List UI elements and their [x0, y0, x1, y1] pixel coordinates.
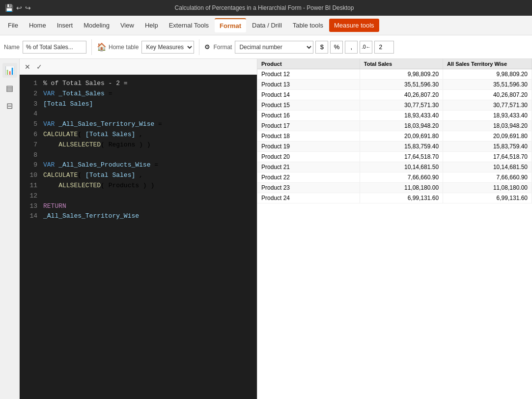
code-editor[interactable]: 1% of Total Sales - 2 =2VAR _Total_Sales…: [20, 75, 257, 399]
close-formula-btn[interactable]: ✕: [22, 61, 33, 73]
col2-cell: 9,98,809.20: [443, 69, 532, 80]
format-select[interactable]: Decimal number: [235, 41, 313, 54]
data-table: ProductTotal SalesAll Sales Territory Wi…: [257, 59, 532, 203]
sidebar-icon-table[interactable]: ▤: [2, 81, 17, 95]
dollar-btn[interactable]: $: [315, 41, 328, 54]
line-number: 14: [24, 211, 37, 222]
code-line-11: 11 ALLSELECTED( Products ) ): [20, 181, 257, 191]
table-row: Product 2110,14,681.5010,14,681.50: [257, 162, 532, 172]
line-number: 4: [24, 109, 37, 119]
col-header-1: Total Sales: [360, 59, 443, 69]
menu-format[interactable]: Format: [215, 18, 246, 32]
title-bar-left: 💾 ↩ ↪: [5, 4, 31, 12]
menu-bar: File Home Insert Modeling View Help Exte…: [0, 16, 532, 35]
sidebar: 📊 ▤ ⊟: [0, 59, 20, 399]
menu-insert[interactable]: Insert: [52, 19, 78, 32]
product-cell: Product 21: [257, 162, 360, 172]
menu-modeling[interactable]: Modeling: [79, 19, 114, 32]
code-content: RETURN: [43, 201, 66, 212]
col1-cell: 18,93,433.40: [360, 111, 443, 121]
col2-cell: 30,77,571.30: [443, 100, 532, 111]
code-line-13: 13RETURN: [20, 201, 257, 212]
col1-cell: 35,51,596.30: [360, 80, 443, 90]
line-number: 12: [24, 191, 37, 201]
col1-cell: 30,77,571.30: [360, 100, 443, 111]
col1-cell: 15,83,759.40: [360, 142, 443, 152]
line-number: 13: [24, 201, 37, 212]
col2-cell: 17,64,518.70: [443, 152, 532, 162]
divider-2: [199, 39, 199, 55]
col2-cell: 6,99,131.60: [443, 193, 532, 203]
col-header-0: Product: [257, 59, 360, 69]
product-cell: Product 14: [257, 90, 360, 100]
percent-btn[interactable]: %: [330, 41, 343, 54]
col1-cell: 10,14,681.50: [360, 162, 443, 172]
table-row: Product 2311,08,180.0011,08,180.00: [257, 183, 532, 193]
table-row: Product 1718,03,948.2018,03,948.20: [257, 121, 532, 131]
title-bar-icons: 💾 ↩ ↪: [5, 4, 31, 12]
col2-cell: 18,03,948.20: [443, 121, 532, 131]
line-number: 3: [24, 99, 37, 110]
decimal-places-input[interactable]: [374, 41, 394, 54]
col1-cell: 7,66,660.90: [360, 172, 443, 183]
redo-icon[interactable]: ↪: [25, 4, 31, 12]
code-line-10: 10CALCULATE( [Total Sales] ,: [20, 171, 257, 181]
accept-formula-btn[interactable]: ✓: [33, 61, 45, 73]
col1-cell: 9,98,809.20: [360, 69, 443, 80]
menu-help[interactable]: Help: [140, 19, 163, 32]
line-number: 6: [24, 130, 37, 140]
table-row: Product 1820,09,691.8020,09,691.80: [257, 131, 532, 142]
col2-cell: 15,83,759.40: [443, 142, 532, 152]
formula-area: ✕ ✓ 1% of Total Sales - 2 =2VAR _Total_S…: [20, 59, 257, 399]
menu-table-tools[interactable]: Table tools: [288, 19, 328, 32]
menu-data-drill[interactable]: Data / Drill: [247, 19, 287, 32]
table-row: Product 1440,26,807.2040,26,807.20: [257, 90, 532, 100]
code-content: CALCULATE( [Total Sales] ,: [43, 171, 143, 181]
code-line-4: 4: [20, 109, 257, 119]
line-number: 11: [24, 181, 37, 191]
code-content: ALLSELECTED( Regions ) ): [43, 140, 150, 150]
save-icon[interactable]: 💾: [5, 4, 13, 12]
code-content: VAR _Total_Sales =: [43, 89, 112, 99]
title-bar: 💾 ↩ ↪ Calculation of Percentages in a Hi…: [0, 0, 532, 16]
undo-icon[interactable]: ↩: [16, 4, 22, 12]
formula-controls: ✕ ✓: [20, 59, 257, 75]
table-row: Product 227,66,660.907,66,660.90: [257, 172, 532, 183]
menu-home[interactable]: Home: [24, 19, 51, 32]
ribbon-bar: Name 🏠 Home table Key Measures ⚙ Format …: [0, 35, 532, 59]
code-line-12: 12: [20, 191, 257, 201]
line-number: 7: [24, 140, 37, 150]
menu-file[interactable]: File: [3, 19, 23, 32]
code-content: VAR _All_Sales_Territory_Wise =: [43, 119, 162, 130]
col2-cell: 35,51,596.30: [443, 80, 532, 90]
menu-measure-tools[interactable]: Measure tools: [329, 19, 379, 32]
code-content: VAR _All_Sales_Products_Wise =: [43, 160, 158, 171]
product-cell: Product 13: [257, 80, 360, 90]
line-number: 5: [24, 119, 37, 130]
decimal-decrease-btn[interactable]: .0←: [360, 41, 372, 54]
table-area[interactable]: ProductTotal SalesAll Sales Territory Wi…: [257, 59, 532, 399]
sidebar-icon-model[interactable]: ⊟: [2, 98, 17, 113]
sidebar-icon-chart[interactable]: 📊: [2, 63, 17, 78]
name-input[interactable]: [23, 41, 86, 54]
code-line-7: 7 ALLSELECTED( Regions ) ): [20, 140, 257, 150]
col1-cell: 18,03,948.20: [360, 121, 443, 131]
table-row: Product 129,98,809.209,98,809.20: [257, 69, 532, 80]
product-cell: Product 19: [257, 142, 360, 152]
line-number: 2: [24, 89, 37, 99]
code-line-6: 6CALCULATE( [Total Sales] ,: [20, 130, 257, 140]
home-table-select[interactable]: Key Measures: [141, 41, 194, 54]
product-cell: Product 16: [257, 111, 360, 121]
product-cell: Product 12: [257, 69, 360, 80]
line-number: 1: [24, 79, 37, 89]
col-header-2: All Sales Territory Wise: [443, 59, 532, 69]
code-line-5: 5VAR _All_Sales_Territory_Wise =: [20, 119, 257, 130]
product-cell: Product 15: [257, 100, 360, 111]
menu-view[interactable]: View: [115, 19, 139, 32]
home-label: Home table: [109, 44, 139, 51]
menu-external-tools[interactable]: External Tools: [164, 19, 214, 32]
comma-btn[interactable]: ,: [345, 41, 358, 54]
col1-cell: 6,99,131.60: [360, 193, 443, 203]
code-content: CALCULATE( [Total Sales] ,: [43, 130, 143, 140]
col1-cell: 20,09,691.80: [360, 131, 443, 142]
